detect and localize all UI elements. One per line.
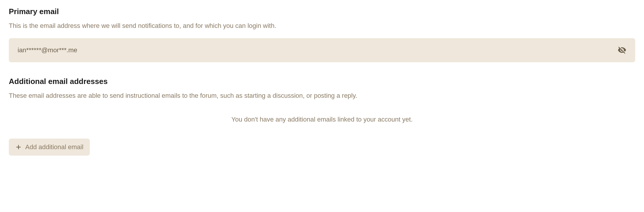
eye-off-icon[interactable] [618, 46, 626, 55]
primary-email-section: Primary email This is the email address … [9, 7, 635, 62]
plus-icon [15, 144, 22, 150]
primary-email-description: This is the email address where we will … [9, 21, 635, 31]
primary-email-box: ian******@mor***.me [9, 38, 635, 62]
primary-email-value: ian******@mor***.me [18, 46, 77, 54]
add-button-label: Add additional email [25, 143, 83, 151]
primary-email-heading: Primary email [9, 7, 635, 16]
additional-emails-heading: Additional email addresses [9, 77, 635, 86]
additional-emails-section: Additional email addresses These email a… [9, 77, 635, 156]
additional-emails-description: These email addresses are able to send i… [9, 91, 635, 100]
additional-emails-empty-message: You don't have any additional emails lin… [9, 116, 635, 123]
add-additional-email-button[interactable]: Add additional email [9, 139, 90, 156]
